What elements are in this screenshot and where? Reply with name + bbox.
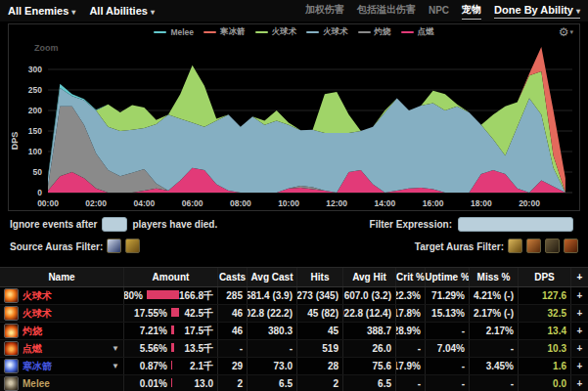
cell-name: Melee (0, 375, 123, 391)
col-header-6[interactable]: Avg Hit (342, 268, 395, 286)
legend-item-5[interactable]: 灼烧 (358, 26, 391, 38)
svg-text:0: 0 (37, 188, 42, 197)
cell-amount: 5.56%13.5千 (123, 340, 217, 357)
col-header-3[interactable]: Casts (217, 268, 247, 286)
ability-name[interactable]: 火球术 (23, 307, 52, 321)
source-aura-icon-1[interactable] (107, 239, 121, 253)
amount-bar-track (167, 361, 190, 371)
amount-percent: 0.01% (128, 378, 167, 389)
cell-uptime: 7.04% (425, 340, 469, 357)
svg-text:10:00: 10:00 (278, 198, 299, 208)
source-aura-icon-2[interactable] (125, 239, 140, 253)
chart-settings-gear[interactable]: ⚙▾ (559, 25, 573, 39)
cell-uptime: 15.13% (425, 305, 469, 322)
svg-text:12:00: 12:00 (326, 198, 347, 208)
topbar-option-2[interactable]: 包括溢出伤害 (357, 3, 416, 19)
cell-hits: 45 (82) (296, 305, 342, 322)
cell-miss: 3.45% (469, 358, 518, 374)
legend-item-4[interactable]: 火球术 (306, 26, 348, 38)
view-mode-label: Done By Ability (494, 4, 573, 16)
cell-casts: 46 (217, 323, 247, 339)
enemies-dropdown[interactable]: All Enemies▾ (8, 5, 75, 17)
ability-name[interactable]: 寒冰箭 (23, 360, 52, 373)
cell-name: 点燃▼ (0, 340, 123, 357)
amount-bar (171, 343, 174, 352)
col-header-10[interactable]: DPS (518, 268, 570, 286)
col-header-1[interactable]: Name (0, 268, 123, 286)
cell-hits: 519 (296, 340, 342, 357)
col-header-11[interactable]: + (570, 268, 588, 286)
target-aura-icon-2[interactable] (526, 239, 541, 253)
cell-crit: 28.9% (395, 323, 425, 339)
legend-item-3[interactable]: 火球术 (255, 26, 297, 38)
add-pin-button[interactable]: + (570, 358, 588, 374)
cell-casts: 46 (217, 305, 247, 322)
ability-name[interactable]: 灼烧 (23, 325, 42, 338)
filter-expression-input[interactable] (458, 217, 573, 232)
cell-miss: - (469, 340, 518, 357)
col-header-4[interactable]: Avg Cast (247, 268, 296, 286)
svg-text:DPS: DPS (10, 132, 20, 151)
add-pin-button[interactable]: + (570, 287, 588, 304)
legend-item-1[interactable]: Melee (154, 27, 194, 37)
topbar-option-4[interactable]: 宠物 (462, 3, 481, 20)
col-header-7[interactable]: Crit % (395, 268, 425, 286)
amount-bar-track (167, 326, 185, 336)
cell-avg-cast: 6.5 (247, 375, 296, 391)
amount-percent: 5.56% (128, 343, 167, 354)
amount-bar (171, 361, 172, 369)
add-pin-button[interactable]: + (570, 323, 588, 339)
amount-value: 13.0 (195, 378, 213, 389)
deaths-count-input[interactable] (102, 217, 127, 232)
topbar-option-3[interactable]: NPC (429, 5, 449, 18)
cell-miss: 2.17% (469, 323, 518, 339)
ability-name[interactable]: 点燃 (23, 342, 42, 356)
col-header-9[interactable]: Miss % (469, 268, 518, 286)
legend-swatch (306, 31, 319, 33)
legend-label: 火球术 (323, 26, 348, 38)
legend-swatch (401, 31, 414, 33)
cell-crit: - (395, 340, 425, 357)
add-pin-button[interactable]: + (570, 340, 588, 357)
topbar-option-1[interactable]: 加权伤害 (305, 3, 344, 19)
target-aura-icon-4[interactable] (564, 239, 578, 253)
legend-item-6[interactable]: 点燃 (401, 26, 434, 38)
add-pin-button[interactable]: + (570, 375, 588, 391)
ability-name[interactable]: Melee (23, 378, 50, 389)
cell-dps: 32.5 (518, 305, 570, 322)
chart-legend: Melee寒冰箭火球术火球术灼烧点燃 (154, 26, 433, 38)
amount-percent: 0.87% (128, 361, 167, 371)
view-mode-dropdown[interactable]: Done By Ability▾ (494, 4, 580, 19)
cell-uptime: - (425, 323, 469, 339)
dps-area-chart[interactable]: 05010015020025030000:0002:0004:0006:0008… (9, 40, 579, 210)
cell-amount: 17.55%42.5千 (123, 305, 217, 322)
legend-label: 点燃 (418, 26, 434, 38)
legend-swatch (358, 31, 371, 33)
target-aura-icon-3[interactable] (545, 239, 560, 253)
svg-text:14:00: 14:00 (375, 198, 396, 208)
expand-caret-icon[interactable]: ▼ (112, 362, 119, 370)
target-aura-icon-1[interactable] (508, 239, 522, 253)
table-row: 点燃▼5.56%13.5千--51926.0-7.04%-10.3+ (0, 340, 588, 358)
add-pin-button[interactable]: + (570, 305, 588, 322)
amount-bar (171, 308, 179, 317)
cell-avg-cast: 902.8 (22.2) (247, 305, 296, 322)
col-header-5[interactable]: Hits (296, 268, 342, 286)
abilities-dropdown[interactable]: All Abilities▾ (89, 5, 155, 17)
table-row: 火球术68.80%166.8千285581.4 (3.9)273 (345)60… (0, 287, 588, 305)
ignore-events-label: Ignore events after (10, 219, 97, 230)
cell-name: 灼烧 (0, 323, 123, 339)
legend-item-2[interactable]: 寒冰箭 (204, 26, 246, 38)
frostbolt-ability-icon (4, 359, 19, 373)
col-header-8[interactable]: Uptime % (425, 268, 469, 286)
cell-name: 火球术 (0, 305, 123, 322)
table-row: 火球术17.55%42.5千46902.8 (22.2)45 (82)922.8… (0, 305, 588, 323)
svg-text:08:00: 08:00 (230, 198, 251, 208)
cell-dps: 10.3 (518, 340, 570, 357)
cell-crit: - (395, 375, 425, 391)
ability-name[interactable]: 火球术 (23, 289, 52, 303)
col-header-2[interactable]: Amount (123, 268, 217, 286)
legend-swatch (154, 31, 166, 33)
expand-caret-icon[interactable]: ▼ (112, 344, 119, 353)
svg-text:02:00: 02:00 (85, 198, 107, 208)
